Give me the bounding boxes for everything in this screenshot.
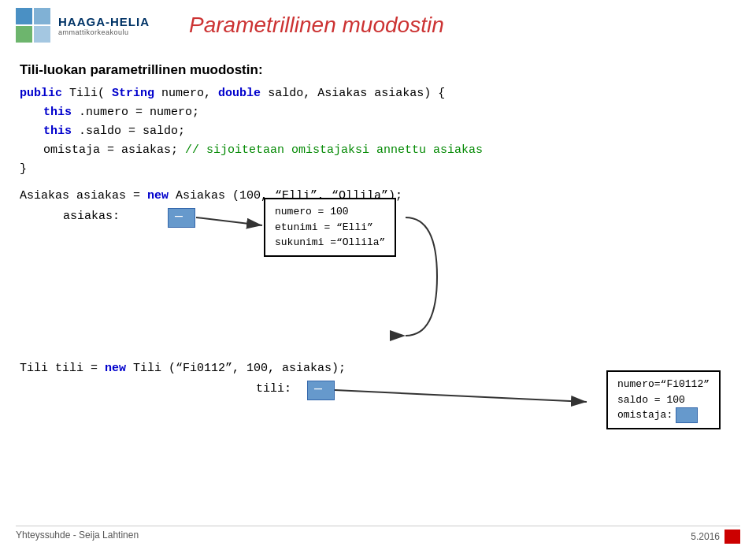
logo-subtitle: ammattikorkeakoulu	[58, 28, 150, 36]
code-line-5: }	[20, 160, 736, 179]
code-line-4: omistaja = asiakas; // sijoitetaan omist…	[20, 141, 736, 160]
keyword-this1: this	[43, 106, 72, 119]
code-line-3: this .saldo = saldo;	[20, 122, 736, 141]
main-content: Tili-luokan parametrillinen muodostin: p…	[0, 50, 756, 492]
keyword-string: String	[112, 87, 154, 100]
tili-object-box: numero=“Fi0112” saldo = 100 omistaja:	[606, 370, 721, 429]
tili-obj-line3: omistaja:	[617, 407, 710, 423]
tili-diagram: tili: – numero=“Fi0112” saldo = 100 omis…	[20, 382, 736, 485]
svg-line-4	[335, 390, 587, 402]
tili-obj-line2: saldo = 100	[617, 392, 710, 408]
logo-block-2	[34, 8, 50, 24]
footer-red-box	[724, 530, 740, 544]
keyword-new-asiakas: new	[147, 189, 169, 203]
code-line-1: public Tili( String numero, double saldo…	[20, 84, 736, 103]
logo-area: HAAGA-HELIA ammattikorkeakoulu	[16, 8, 158, 43]
tili-obj-line1: numero=“Fi0112”	[617, 377, 710, 392]
asiakas-obj-line1: numero = 100	[275, 204, 385, 220]
logo-text: HAAGA-HELIA ammattikorkeakoulu	[58, 15, 150, 36]
footer-right: 5.2016	[691, 530, 740, 544]
keyword-double: double	[218, 87, 261, 100]
keyword-this2: this	[43, 124, 72, 138]
logo-block-1	[16, 8, 32, 24]
footer-date: 5.2016	[691, 531, 720, 542]
tili-ref-box: –	[307, 381, 335, 400]
code-line-2: this .numero = numero;	[20, 103, 736, 122]
asiakas-ref-box: –	[168, 208, 195, 228]
footer-left: Yhteyssuhde - Seija Lahtinen	[16, 530, 139, 544]
asiakas-object-box: numero = 100 etunimi = “Elli” sukunimi =…	[264, 198, 396, 257]
tili-var-label: tili:	[256, 382, 291, 396]
svg-line-2	[196, 217, 262, 225]
code-comment: // sijoitetaan omistajaksi annettu asiak…	[185, 143, 483, 157]
asiakas-obj-line2: etunimi = “Elli”	[275, 220, 385, 236]
logo-name: HAAGA-HELIA	[58, 15, 150, 28]
section-title: Tili-luokan parametrillinen muodostin:	[20, 62, 736, 78]
tili-omistaja-ref-box	[676, 407, 698, 423]
asiakas-diagram: asiakas: – numero = 100 etunimi = “Elli”…	[20, 210, 736, 351]
tili-section: Tili tili = new Tili (“Fi0112”, 100, asi…	[20, 359, 736, 485]
logo-block-3	[16, 26, 32, 43]
keyword-new-tili: new	[105, 362, 126, 375]
logo-block-4	[34, 26, 50, 43]
asiakas-var-label: asiakas:	[63, 210, 120, 223]
header: HAAGA-HELIA ammattikorkeakoulu Parametri…	[0, 0, 756, 50]
code-block: public Tili( String numero, double saldo…	[20, 84, 736, 179]
keyword-public: public	[20, 87, 62, 100]
asiakas-obj-line3: sukunimi =“Ollila”	[275, 235, 385, 251]
page-title: Parametrillinen muodostin	[189, 13, 444, 38]
logo-blocks	[16, 8, 50, 43]
footer: Yhteyssuhde - Seija Lahtinen 5.2016	[16, 526, 740, 544]
